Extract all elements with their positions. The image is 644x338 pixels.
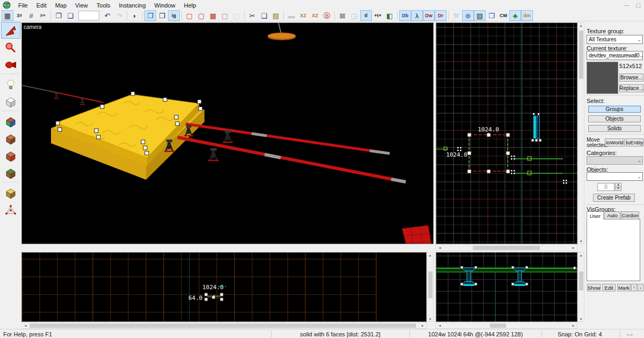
- selected-brush-outline[interactable]: [469, 135, 508, 171]
- scrollbar-thumb[interactable]: [428, 271, 433, 298]
- texture-scale-lock-icon[interactable]: +t+: [372, 10, 384, 21]
- texture-lock-icon[interactable]: tl: [360, 10, 372, 21]
- viewport-2d-side[interactable]: [436, 252, 577, 322]
- detail-sprites-icon[interactable]: dm: [521, 10, 533, 21]
- distant-rail[interactable]: [22, 85, 104, 105]
- sphere-icon[interactable]: ⊕: [462, 10, 474, 21]
- selection-bounds-icon[interactable]: ⊠: [336, 10, 348, 21]
- visgroup-up-button[interactable]: ↑: [631, 284, 637, 291]
- green-beam-side[interactable]: [436, 268, 577, 272]
- cyan-brush-top[interactable]: [531, 113, 541, 142]
- apply-decals-tool[interactable]: [1, 148, 20, 164]
- menu-item-view[interactable]: View: [71, 1, 92, 10]
- carve-icon[interactable]: ◗: [129, 10, 141, 21]
- visgroup-edit-button[interactable]: Edit: [602, 284, 616, 291]
- minimize-button[interactable]: —: [624, 2, 630, 8]
- flip-objects-icon[interactable]: ◧: [384, 10, 396, 21]
- paste-icon[interactable]: ▤: [270, 10, 282, 21]
- model-stack-icon[interactable]: ❒: [486, 10, 497, 21]
- scrollbar-front-horizontal[interactable]: ◂▸: [21, 322, 427, 329]
- menu-item-file[interactable]: File: [14, 1, 32, 10]
- select-objects-button[interactable]: Objects: [588, 115, 641, 122]
- make-hollow-icon[interactable]: XZ: [309, 10, 321, 21]
- scrollbar-front-vertical[interactable]: ▴▾: [427, 252, 434, 322]
- scrollbar-thumb[interactable]: [579, 31, 583, 79]
- visgroup-tab-user[interactable]: User: [587, 211, 604, 219]
- texture-group-dropdown[interactable]: All Textures ⌄: [587, 35, 643, 44]
- overlay-tool[interactable]: [1, 165, 20, 181]
- viewport-2d-front[interactable]: 1024.0 64.0: [21, 252, 427, 322]
- select-solids-button[interactable]: Solids: [588, 125, 641, 132]
- object-count-field[interactable]: 0: [597, 183, 614, 191]
- undo-icon[interactable]: ↶: [101, 10, 113, 21]
- run-lambda-icon[interactable]: λ: [411, 10, 423, 21]
- carve-with-selection-icon[interactable]: XZ: [297, 10, 309, 21]
- camera-tool[interactable]: [1, 56, 20, 73]
- replace-button[interactable]: Replace...: [619, 84, 643, 92]
- toolbar-field[interactable]: [78, 11, 99, 20]
- entity-helpers-icon[interactable]: Ⓑ: [321, 10, 333, 21]
- texture-application-tool[interactable]: [1, 113, 20, 130]
- scrollbar-thumb[interactable]: [490, 324, 506, 328]
- block-tool[interactable]: [1, 93, 20, 110]
- orange-disc[interactable]: [268, 23, 296, 40]
- magnify-tool[interactable]: [1, 39, 20, 56]
- ignore-groups-icon[interactable]: ig: [168, 10, 180, 21]
- visgroup-show-button[interactable]: Show: [587, 284, 601, 291]
- objects-dropdown[interactable]: ⌄: [587, 172, 643, 181]
- categories-dropdown[interactable]: ⌄: [587, 156, 643, 165]
- move-toworld-button[interactable]: toWorld: [605, 138, 625, 146]
- ungroup-icon[interactable]: ❒: [156, 10, 168, 21]
- clipping-tool[interactable]: [1, 185, 20, 201]
- ibeam-support-right[interactable]: [513, 268, 526, 286]
- select-groups-button[interactable]: Groups: [588, 106, 641, 113]
- menu-item-instancing[interactable]: Instancing: [114, 1, 150, 10]
- selection-tool[interactable]: [1, 22, 20, 39]
- scrollbar-side-vertical[interactable]: ▴▾: [577, 252, 584, 322]
- menu-item-map[interactable]: Map: [51, 1, 71, 10]
- redo-icon[interactable]: ↷: [113, 10, 125, 21]
- menu-item-help[interactable]: Help: [180, 1, 201, 10]
- hide-unselected-icon[interactable]: ▢: [195, 10, 207, 21]
- viewport-3d-camera[interactable]: camera: [21, 23, 434, 244]
- run-db-icon[interactable]: Db: [399, 10, 411, 21]
- group-icon[interactable]: ❒: [144, 10, 156, 21]
- run-dr-icon[interactable]: Dr: [435, 10, 447, 21]
- vertex-dot-clusters[interactable]: [457, 147, 567, 184]
- scrollbar-top-vertical[interactable]: ▴▾: [577, 23, 584, 244]
- toggle-2d-grid-icon[interactable]: ▦: [2, 10, 13, 21]
- scrollbar-thumb[interactable]: [30, 324, 416, 328]
- cordon-toggle-icon[interactable]: ▢: [219, 10, 231, 21]
- hide-selected-icon[interactable]: ▢: [184, 10, 195, 21]
- rail-lower[interactable]: [164, 137, 406, 182]
- run-dw-icon[interactable]: Dw: [423, 10, 435, 21]
- visgroup-tab-cordon[interactable]: Cordon: [621, 211, 639, 219]
- visgroup-mark-button[interactable]: Mark: [617, 284, 631, 291]
- browse-button[interactable]: Browse...: [619, 74, 643, 82]
- texture-preview[interactable]: [587, 62, 618, 94]
- move-toentity-button[interactable]: toEntity: [626, 138, 643, 146]
- toggle-3d-grid-icon[interactable]: 3#: [13, 10, 25, 21]
- menu-item-edit[interactable]: Edit: [32, 1, 51, 10]
- entity-tool[interactable]: [1, 76, 20, 93]
- create-prefab-button[interactable]: Create Prefab: [593, 194, 635, 202]
- copy-icon[interactable]: ❏: [258, 10, 270, 21]
- show-hidden-icon[interactable]: ▩: [207, 10, 219, 21]
- viewport-2d-top[interactable]: 1024.0 1024.0: [436, 23, 577, 244]
- selection-handles-front[interactable]: [204, 293, 223, 301]
- load-window-state-icon[interactable]: ❐: [53, 10, 64, 21]
- scrollbar-thumb[interactable]: [579, 271, 583, 290]
- ibeam-support-left[interactable]: [462, 268, 475, 286]
- screwdriver-icon[interactable]: ⚒: [450, 10, 462, 21]
- menu-item-window[interactable]: Window: [150, 1, 180, 10]
- scrollbar-side-horizontal[interactable]: ◂▸: [436, 322, 577, 329]
- restore-button[interactable]: ▢: [636, 2, 641, 8]
- stop-icon[interactable]: ▬: [286, 10, 297, 21]
- scrollbar-top-horizontal[interactable]: ◂▸: [436, 244, 577, 251]
- magnet-select-icon[interactable]: ◲: [348, 10, 360, 21]
- apply-current-texture-tool[interactable]: [1, 130, 20, 147]
- larger-grid-icon[interactable]: #+: [37, 10, 49, 21]
- current-texture-dropdown[interactable]: dev/dev_measurewall0 ⌄: [587, 51, 643, 60]
- status-resize-grip[interactable]: ‹-›: [627, 329, 633, 338]
- visgroup-tab-auto[interactable]: Auto: [604, 211, 620, 219]
